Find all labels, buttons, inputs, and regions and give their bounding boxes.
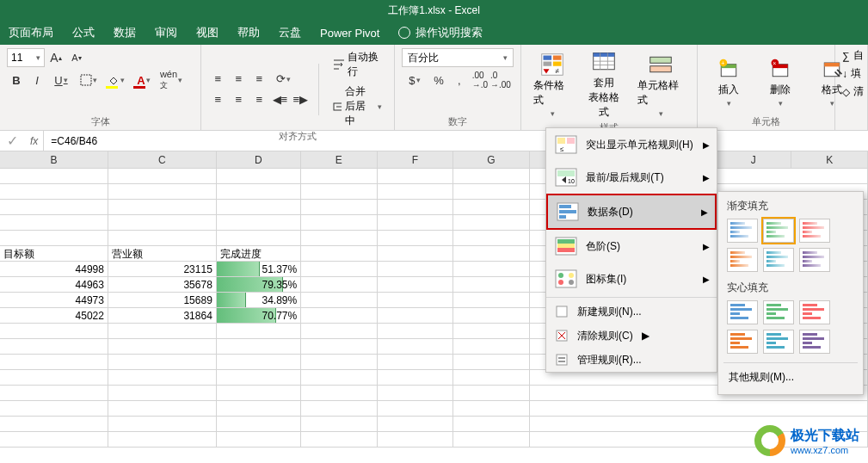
- tab-page-layout[interactable]: 页面布局: [9, 25, 53, 40]
- cell[interactable]: 35678: [108, 277, 217, 292]
- tab-cloud[interactable]: 云盘: [279, 25, 301, 40]
- cell-header[interactable]: 完成进度: [217, 246, 301, 261]
- number-format-select[interactable]: 百分比 ▾: [402, 48, 514, 67]
- table-format-icon: [592, 50, 616, 74]
- clear-button[interactable]: ◇清: [842, 84, 864, 99]
- autosum-button[interactable]: ∑自: [842, 48, 864, 63]
- tab-review[interactable]: 审阅: [155, 25, 177, 40]
- cell-header[interactable]: 目标额: [0, 246, 108, 261]
- align-middle-button[interactable]: ≡: [229, 70, 248, 89]
- tab-view[interactable]: 视图: [196, 25, 219, 40]
- tab-help[interactable]: 帮助: [237, 25, 260, 40]
- border-button[interactable]: ▾: [76, 71, 102, 90]
- decrease-indent-button[interactable]: ◀≡: [270, 90, 289, 109]
- svg-rect-48: [557, 355, 567, 365]
- comma-format-button[interactable]: ,: [450, 71, 469, 90]
- col-header-f[interactable]: F: [378, 151, 454, 168]
- cell-styles-button[interactable]: 单元格样式 ▾: [632, 51, 690, 120]
- decrease-decimal-button[interactable]: .0→.00: [491, 71, 510, 90]
- cell[interactable]: 44998: [0, 262, 108, 276]
- increase-indent-button[interactable]: ≡▶: [291, 90, 310, 109]
- tab-data[interactable]: 数据: [114, 25, 136, 40]
- swatch-red-gradient[interactable]: [799, 219, 830, 243]
- col-header-k[interactable]: K: [791, 151, 868, 168]
- cf-new-rule[interactable]: 新建规则(N)...: [546, 299, 717, 324]
- increase-decimal-button[interactable]: .00→.0: [471, 71, 489, 90]
- highlight-icon: ≤: [555, 135, 577, 154]
- formula-input[interactable]: =C46/B46: [44, 135, 868, 147]
- cf-manage-rules[interactable]: 管理规则(R)...: [546, 348, 717, 372]
- cell-databar[interactable]: 34.89%: [217, 293, 301, 307]
- swatch-blue-gradient[interactable]: [727, 219, 758, 243]
- delete-cells-button[interactable]: × 删除 ▾: [756, 55, 804, 109]
- tab-formulas[interactable]: 公式: [72, 25, 95, 40]
- format-as-table-button[interactable]: 套用 表格格式: [580, 48, 628, 121]
- cell[interactable]: 31864: [108, 308, 217, 323]
- cell-header[interactable]: 营业额: [108, 246, 217, 261]
- swatch-lightblue-solid[interactable]: [763, 330, 794, 354]
- align-top-button[interactable]: ≡: [208, 70, 227, 89]
- align-right-button[interactable]: ≡: [249, 90, 268, 109]
- swatch-green-solid[interactable]: [763, 300, 794, 324]
- tell-me-search[interactable]: 操作说明搜索: [398, 25, 483, 40]
- cells-group: + 插入 ▾ × 删除 ▾ 格式 ▾ 单元格: [698, 45, 835, 130]
- col-header-g[interactable]: G: [453, 151, 530, 168]
- col-header-b[interactable]: B: [0, 151, 108, 168]
- cf-clear-rules[interactable]: 清除规则(C) ▶: [546, 324, 717, 348]
- fill-color-button[interactable]: ▾: [103, 71, 129, 90]
- cell-databar[interactable]: 51.37%: [217, 262, 301, 276]
- accounting-format-button[interactable]: $▾: [402, 71, 428, 90]
- svg-point-44: [558, 280, 563, 285]
- swatch-green-gradient[interactable]: [763, 219, 794, 243]
- fill-button[interactable]: ↓填: [842, 66, 864, 81]
- svg-rect-35: [559, 210, 576, 213]
- swatch-orange-gradient[interactable]: [727, 248, 758, 272]
- align-group: ≡ ≡ ≡ ⟳▾ ≡ ≡ ≡ ◀≡ ≡▶ 自动换行: [201, 45, 395, 130]
- cell-databar[interactable]: 79.35%: [217, 277, 301, 292]
- cf-highlight-rules[interactable]: ≤ 突出显示单元格规则(H) ▶: [546, 128, 717, 161]
- cell[interactable]: 15689: [108, 293, 217, 307]
- underline-button[interactable]: U▾: [48, 71, 74, 90]
- cell[interactable]: 45022: [0, 308, 108, 323]
- percent-format-button[interactable]: %: [429, 71, 448, 90]
- italic-button[interactable]: I: [28, 71, 46, 90]
- swatch-purple-gradient[interactable]: [799, 248, 830, 272]
- align-left-button[interactable]: ≡: [208, 90, 227, 109]
- increase-font-button[interactable]: A▴: [46, 48, 65, 67]
- conditional-format-button[interactable]: ≠ 条件格式 ▾: [528, 51, 576, 120]
- col-header-e[interactable]: E: [301, 151, 378, 168]
- cell[interactable]: 44963: [0, 277, 108, 292]
- align-bottom-button[interactable]: ≡: [249, 70, 268, 89]
- swatch-lightblue-gradient[interactable]: [763, 248, 794, 272]
- formula-cancel-icon[interactable]: ✓: [0, 133, 25, 149]
- swatch-red-solid[interactable]: [799, 300, 830, 324]
- cell[interactable]: 44973: [0, 293, 108, 307]
- wrap-text-button[interactable]: 自动换行: [328, 48, 387, 81]
- other-rules-button[interactable]: 其他规则(M)...: [723, 365, 858, 389]
- swatch-orange-solid[interactable]: [727, 330, 758, 354]
- col-header-d[interactable]: D: [217, 151, 301, 168]
- col-header-c[interactable]: C: [108, 151, 217, 168]
- fx-button[interactable]: fx: [25, 131, 44, 151]
- insert-cells-button[interactable]: + 插入 ▾: [705, 55, 753, 109]
- font-color-button[interactable]: A ▾: [131, 71, 157, 90]
- font-size-select[interactable]: 11 ▾: [7, 48, 45, 67]
- gradient-swatches: [723, 219, 858, 279]
- cf-icon-sets[interactable]: 图标集(I) ▶: [546, 262, 717, 295]
- swatch-purple-solid[interactable]: [799, 330, 830, 354]
- cf-color-scales[interactable]: 色阶(S) ▶: [546, 230, 717, 262]
- merge-center-button[interactable]: 合并后居中 ▾: [328, 83, 387, 130]
- tab-power-pivot[interactable]: Power Pivot: [320, 27, 379, 40]
- decrease-font-button[interactable]: A▾: [67, 48, 86, 67]
- swatch-blue-solid[interactable]: [727, 300, 758, 324]
- phonetic-button[interactable]: wén文 ▾: [158, 71, 184, 90]
- cf-top-bottom-rules[interactable]: 10 最前/最后规则(T) ▶: [546, 161, 717, 194]
- title-bar: 工作簿1.xlsx - Excel: [0, 0, 868, 21]
- orientation-button[interactable]: ⟳▾: [270, 70, 296, 89]
- bold-button[interactable]: B: [7, 71, 26, 90]
- align-center-button[interactable]: ≡: [229, 90, 248, 109]
- cell-databar[interactable]: 70.77%: [217, 308, 301, 323]
- cell[interactable]: 23115: [108, 262, 217, 276]
- col-header-j[interactable]: J: [716, 151, 792, 168]
- cf-data-bars[interactable]: 数据条(D) ▶: [546, 194, 717, 230]
